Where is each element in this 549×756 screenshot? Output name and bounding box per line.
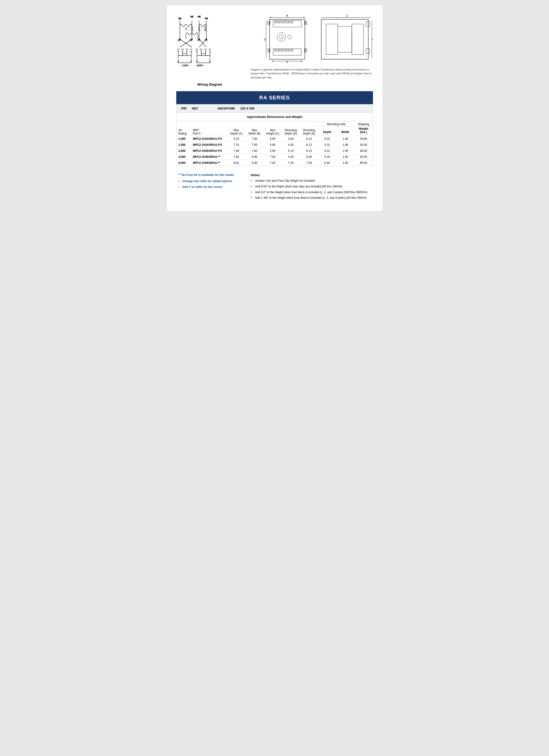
col-mpc-header: MPCPart # — [191, 121, 227, 136]
svg-point-94 — [281, 22, 282, 23]
sec-label: SEC — [192, 107, 198, 110]
svg-text:240V: 240V — [191, 26, 194, 32]
svg-marker-75 — [209, 61, 211, 63]
approx-title: Approximate Dimensions and Weight — [177, 113, 373, 121]
shipping-group: Shipping — [354, 121, 373, 127]
svg-point-1 — [179, 18, 181, 19]
svg-text:D: D — [264, 38, 266, 41]
svg-point-115 — [285, 50, 286, 51]
notes-title: Notes: — [251, 173, 370, 177]
svg-point-113 — [278, 50, 279, 51]
svg-text:X2: X2 — [181, 48, 184, 51]
svg-point-112 — [275, 50, 276, 51]
svg-text:C: C — [346, 14, 348, 17]
dimensions-table: VARating MPCPart # MaxDepth (A) MaxWidth… — [177, 121, 373, 166]
svg-text:X4: X4 — [196, 48, 198, 51]
svg-text:X2: X2 — [200, 48, 203, 51]
svg-text:X1: X1 — [190, 48, 192, 51]
svg-point-95 — [285, 22, 286, 23]
svg-point-92 — [275, 22, 276, 23]
svg-point-116 — [288, 50, 289, 51]
right-note-item: Add 1/2" to the Height when fuse block i… — [251, 190, 370, 194]
svg-point-97 — [291, 22, 292, 23]
svg-rect-85 — [273, 20, 301, 27]
svg-point-93 — [278, 22, 279, 23]
right-note-item: Add 1 3/8" to the Height when fuse block… — [251, 196, 370, 200]
svg-text:←240V→: ←240V→ — [194, 64, 206, 67]
col-mount-d-header: MountingDepth (D) — [282, 121, 300, 136]
transformer-images-section: B D E — [251, 12, 373, 86]
svg-marker-73 — [191, 61, 192, 63]
col-height-header: MaxHeight (C) — [264, 121, 282, 136]
notes-section: ** No Fuse Kit is available for this mod… — [176, 173, 373, 202]
svg-text:X3: X3 — [186, 48, 188, 51]
svg-point-117 — [291, 50, 292, 51]
svg-rect-126 — [321, 19, 368, 59]
svg-point-104 — [287, 35, 291, 39]
pri-label: PRI — [181, 107, 187, 110]
table-row: 3,000 MPC2-1H3K0RAU-** 7.82 9.00 7.62 4.… — [177, 154, 373, 160]
sec-value: 120 X 240 — [240, 107, 255, 110]
svg-point-121 — [305, 50, 306, 51]
svg-text:X1: X1 — [209, 48, 211, 51]
wiring-label: Wiring Diagram — [176, 83, 244, 86]
left-notes-list: Change end suffix for added options Add … — [179, 179, 241, 189]
svg-text:347V: 347V — [198, 26, 201, 32]
col-weight-header: Weight (lbs.) — [354, 127, 373, 136]
svg-rect-129 — [337, 26, 352, 52]
svg-text:E: E — [286, 60, 288, 63]
table-section: PRI SEC 240/347/380 120 X 240 Approximat… — [176, 104, 373, 166]
table-row: 5,000 MPC2-1H5K0RAU-** 8.81 9.00 7.62 7.… — [177, 160, 373, 166]
mounting-hole-group: Mounting Hole — [318, 121, 354, 127]
col-hole-depth-header: Depth — [318, 127, 336, 136]
wiring-diagram-section: H1 H2 H3 H4 0V 240V 347V 380V — [176, 12, 244, 86]
transformer-svg: B D E — [251, 12, 373, 64]
svg-rect-105 — [273, 49, 301, 55]
left-note-item-2: Add C to suffix for the covers — [179, 185, 241, 189]
svg-point-101 — [305, 22, 306, 24]
svg-point-99 — [268, 22, 270, 24]
table-row: 2,000 MPC2-1H2K0RAU-FO 7.98 7.00 5.65 5.… — [177, 148, 373, 154]
pri-value: 240/347/380 — [218, 107, 235, 110]
col-width-header: MaxWidth (B) — [246, 121, 264, 136]
col-va-header: VARating — [177, 121, 191, 136]
svg-text:X3: X3 — [204, 48, 207, 51]
table-row: 1,500 MPC2-1H1K5RAU-FO 7.23 7.00 5.65 4.… — [177, 142, 373, 148]
pri-sec-row: PRI SEC 240/347/380 120 X 240 — [177, 104, 373, 113]
svg-point-3 — [191, 16, 193, 17]
col-depth-header: MaxDepth (A) — [227, 121, 246, 136]
svg-point-119 — [268, 50, 270, 51]
svg-text:A: A — [372, 38, 373, 41]
ra-series-header: RA SERIES — [176, 91, 373, 104]
svg-rect-130 — [366, 22, 369, 26]
left-note-item-1: Change end suffix for added options — [179, 179, 241, 183]
svg-rect-128 — [352, 24, 363, 55]
top-section: H1 H2 H3 H4 0V 240V 347V 380V — [176, 12, 373, 86]
right-note-item: Jumper Link and Fuse Clip Height not inc… — [251, 179, 370, 183]
table-row: 1,000 MPC2-1H1K0RAU-FO 6.23 7.00 5.65 4.… — [177, 136, 373, 142]
right-note-item: Add 5/16" to the Depth when fuse clips a… — [251, 185, 370, 189]
svg-text:X4: X4 — [177, 48, 180, 51]
image-caption: Image is a general representation of a t… — [251, 68, 373, 80]
svg-point-103 — [279, 35, 283, 39]
left-notes: ** No Fuse Kit is available for this mod… — [179, 173, 241, 202]
no-fuse-note: ** No Fuse Kit is available for this mod… — [179, 173, 241, 177]
svg-text:0V: 0V — [185, 27, 188, 30]
svg-marker-74 — [196, 61, 198, 63]
right-notes: Notes: Jumper Link and Fuse Clip Height … — [251, 173, 370, 202]
wiring-diagram-svg: H1 H2 H3 H4 0V 240V 347V 380V — [176, 12, 244, 80]
svg-point-7 — [206, 18, 207, 19]
page: H1 H2 H3 H4 0V 240V 347V 380V — [167, 5, 383, 211]
col-mount-e-header: MountingDepth (E) — [300, 121, 318, 136]
svg-rect-131 — [366, 49, 369, 53]
svg-point-5 — [199, 16, 200, 17]
svg-marker-72 — [178, 61, 179, 63]
svg-point-102 — [277, 33, 285, 41]
svg-rect-127 — [326, 24, 337, 55]
svg-point-96 — [288, 22, 289, 23]
svg-text:B: B — [286, 14, 288, 17]
svg-point-114 — [281, 50, 282, 51]
svg-rect-84 — [270, 19, 305, 59]
right-notes-list: Jumper Link and Fuse Clip Height not inc… — [251, 179, 370, 200]
svg-text:←120V→: ←120V→ — [180, 64, 191, 67]
